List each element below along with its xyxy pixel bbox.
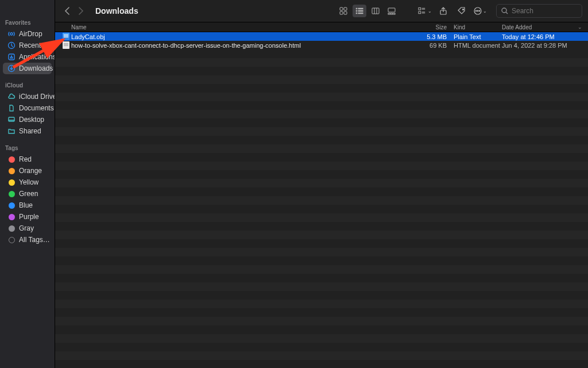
file-date: Today at 12:46 PM [502, 33, 582, 40]
column-header-name[interactable]: Name [67, 24, 413, 30]
sidebar-item-desktop[interactable]: Desktop [3, 114, 52, 125]
sidebar-header: Favorites [0, 17, 55, 28]
sidebar-item-documents[interactable]: Documents [3, 102, 52, 114]
sidebar-item-label: Downloads [19, 64, 53, 72]
chevron-down-icon: ⌄ [578, 24, 582, 30]
sidebar-header: Tags [0, 143, 55, 154]
sidebar-item-gray[interactable]: Gray [3, 223, 52, 234]
sidebar-item-label: Documents [19, 104, 54, 112]
forward-button[interactable] [78, 7, 84, 15]
tag-icon [7, 224, 16, 232]
sidebar-item-yellow[interactable]: Yellow [3, 177, 52, 188]
file-kind: HTML document [454, 42, 502, 49]
search-field[interactable] [496, 4, 582, 18]
file-row[interactable]: LadyCat.obj5.3 MBPlain TextToday at 12:4… [55, 32, 588, 41]
group-button[interactable]: ⌄ [418, 5, 432, 17]
sidebar-item-icloud-drive[interactable]: iCloud Drive [3, 91, 52, 102]
sidebar-item-green[interactable]: Green [3, 188, 52, 200]
svg-rect-7 [344, 7, 347, 10]
main-pane: Downloads ⌄ [55, 0, 588, 368]
folder-icon [7, 127, 16, 135]
sidebar-item-airdrop[interactable]: AirDrop [3, 28, 52, 40]
svg-point-34 [479, 10, 480, 12]
svg-point-30 [463, 9, 464, 10]
svg-rect-9 [344, 12, 347, 14]
file-row[interactable]: how-to-solve-xbox-cant-connect-to-dhcp-s… [55, 41, 588, 49]
sidebar-item-purple[interactable]: Purple [3, 211, 52, 223]
sidebar-item-label: All Tags… [19, 236, 50, 244]
sidebar-header: iCloud [0, 80, 55, 91]
chevron-down-icon: ⌄ [483, 9, 487, 14]
svg-point-33 [477, 10, 478, 12]
sidebar-item-label: Red [19, 155, 32, 163]
svg-point-32 [475, 10, 477, 12]
svg-rect-20 [388, 13, 390, 14]
view-list-button[interactable] [353, 5, 366, 17]
svg-point-12 [356, 10, 357, 12]
alltag-icon [7, 236, 16, 244]
sidebar-item-all-tags-[interactable]: All Tags… [3, 234, 52, 246]
column-header-date-label: Date Added [502, 24, 532, 30]
view-columns-button[interactable] [369, 5, 382, 17]
sidebar-item-label: iCloud Drive [19, 93, 55, 101]
svg-rect-19 [388, 8, 395, 12]
file-name: how-to-solve-xbox-cant-connect-to-dhcp-s… [71, 42, 413, 49]
sidebar-item-orange[interactable]: Orange [3, 165, 52, 177]
sidebar-item-downloads[interactable]: Downloads [3, 63, 52, 74]
doc-icon [7, 104, 16, 112]
sidebar-item-label: Blue [19, 201, 33, 209]
file-list: LadyCat.obj5.3 MBPlain TextToday at 12:4… [55, 32, 588, 368]
desktop-icon [7, 116, 16, 124]
sidebar-item-shared[interactable]: Shared [3, 125, 52, 137]
svg-rect-22 [393, 13, 395, 14]
svg-rect-15 [358, 13, 363, 13]
tag-icon [7, 213, 16, 221]
sidebar-item-label: AirDrop [19, 30, 42, 38]
back-button[interactable] [64, 7, 70, 15]
sidebar-item-label: Yellow [19, 178, 38, 186]
svg-rect-4 [9, 117, 14, 121]
sidebar-item-label: Shared [19, 127, 41, 135]
tag-icon [7, 201, 16, 209]
file-size: 5.3 MB [413, 33, 454, 40]
column-header-size[interactable]: Size [413, 24, 454, 30]
tag-icon [7, 178, 16, 186]
svg-rect-23 [419, 7, 421, 10]
sidebar-item-applications[interactable]: Applications [3, 51, 52, 63]
column-header-date[interactable]: Date Added ⌄ [502, 24, 582, 30]
svg-rect-24 [419, 12, 421, 14]
svg-line-36 [506, 12, 508, 14]
toolbar: Downloads ⌄ [55, 0, 588, 22]
svg-rect-2 [9, 54, 14, 60]
sidebar-item-label: Green [19, 190, 38, 198]
svg-rect-8 [340, 12, 343, 14]
share-button[interactable] [436, 5, 450, 17]
file-kind: Plain Text [454, 33, 502, 40]
svg-rect-21 [391, 13, 393, 14]
search-icon [501, 7, 508, 14]
sidebar-item-label: Purple [19, 213, 39, 221]
sidebar-item-label: Applications [19, 53, 55, 61]
sidebar-item-recents[interactable]: Recents [3, 40, 52, 51]
search-input[interactable] [512, 7, 577, 15]
action-menu-button[interactable]: ⌄ [473, 5, 487, 17]
svg-rect-16 [372, 8, 379, 14]
svg-point-0 [10, 33, 13, 35]
svg-rect-6 [340, 7, 343, 10]
svg-point-14 [356, 13, 357, 14]
tag-icon [7, 155, 16, 163]
view-gallery-button[interactable] [385, 5, 399, 17]
svg-rect-13 [358, 10, 363, 11]
tag-icon [7, 190, 16, 198]
column-header-kind[interactable]: Kind [454, 24, 502, 30]
sidebar-item-blue[interactable]: Blue [3, 200, 52, 211]
sidebar-item-label: Gray [19, 224, 34, 232]
download-icon [7, 64, 16, 72]
sidebar-item-red[interactable]: Red [3, 154, 52, 165]
window-title: Downloads [95, 6, 138, 16]
column-header-row: Name Size Kind Date Added ⌄ [55, 22, 588, 32]
sidebar-item-label: Desktop [19, 116, 44, 124]
clock-icon [7, 41, 16, 49]
tag-button[interactable] [455, 5, 469, 17]
view-icons-button[interactable] [336, 5, 350, 17]
